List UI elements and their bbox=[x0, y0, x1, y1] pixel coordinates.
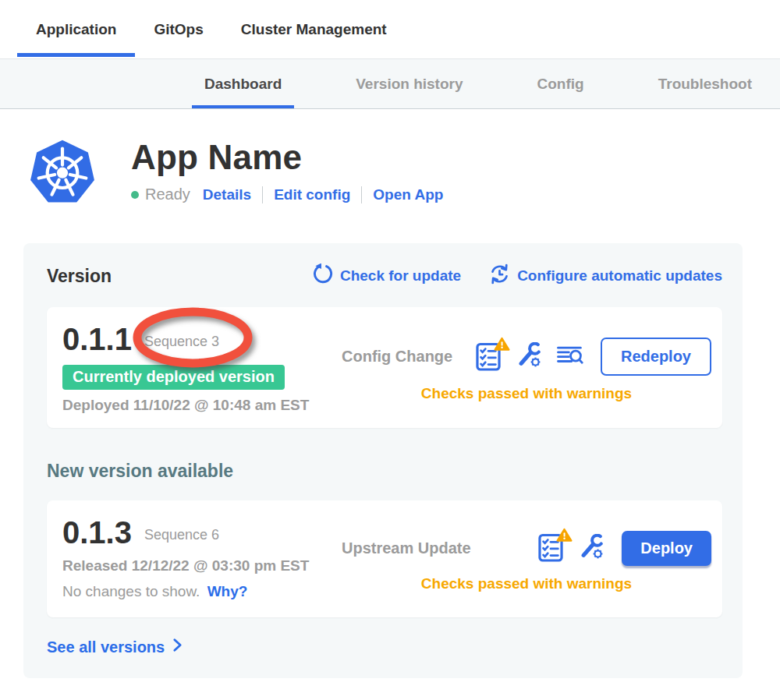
deployed-badge: Currently deployed version bbox=[62, 365, 285, 390]
preflight-checklist-icon[interactable] bbox=[476, 342, 502, 372]
tab-config[interactable]: Config bbox=[525, 59, 597, 108]
status-dot-icon bbox=[131, 191, 139, 199]
configure-auto-updates-label: Configure automatic updates bbox=[517, 267, 722, 285]
open-app-link[interactable]: Open App bbox=[373, 186, 443, 203]
new-sequence-label: Sequence 6 bbox=[144, 522, 219, 543]
nav-item-gitops[interactable]: GitOps bbox=[135, 0, 222, 58]
app-header: App Name Ready Details Edit config Open … bbox=[30, 139, 780, 204]
app-tabs-nav: Dashboard Version history Config Trouble… bbox=[0, 58, 780, 109]
check-for-update-link[interactable]: Check for update bbox=[312, 263, 461, 288]
nav-item-application[interactable]: Application bbox=[17, 0, 135, 58]
version-heading: Version bbox=[47, 266, 112, 287]
see-all-versions-link[interactable]: See all versions bbox=[47, 638, 183, 656]
kubernetes-logo-icon bbox=[30, 139, 95, 204]
deploy-button[interactable]: Deploy bbox=[622, 531, 711, 566]
deployed-timestamp: Deployed 11/10/22 @ 10:48 am EST bbox=[62, 397, 342, 414]
why-link[interactable]: Why? bbox=[207, 583, 248, 599]
config-wrench-icon[interactable] bbox=[579, 534, 604, 563]
edit-config-link[interactable]: Edit config bbox=[274, 186, 350, 203]
tab-version-history[interactable]: Version history bbox=[343, 59, 475, 108]
warning-triangle-icon bbox=[556, 528, 573, 546]
primary-nav: Application GitOps Cluster Management bbox=[0, 0, 780, 58]
current-sequence-label: Sequence 3 bbox=[144, 329, 219, 350]
divider bbox=[262, 186, 263, 203]
status-label: Ready bbox=[145, 186, 190, 203]
see-all-versions-label: See all versions bbox=[47, 638, 165, 656]
new-version-number: 0.1.3 bbox=[62, 514, 132, 550]
divider bbox=[361, 186, 362, 203]
preflight-checklist-icon[interactable] bbox=[538, 533, 565, 563]
current-version-card: 0.1.1 Sequence 3 Currently deployed vers… bbox=[47, 307, 722, 428]
auto-update-icon bbox=[489, 263, 510, 288]
nav-item-cluster-management[interactable]: Cluster Management bbox=[222, 0, 406, 58]
new-version-card: 0.1.3 Sequence 6 Released 12/12/22 @ 03:… bbox=[47, 500, 722, 617]
chevron-right-icon bbox=[172, 638, 183, 656]
configure-auto-updates-link[interactable]: Configure automatic updates bbox=[489, 263, 722, 288]
tab-dashboard[interactable]: Dashboard bbox=[192, 59, 294, 108]
preflight-checks-status: Checks passed with warnings bbox=[342, 575, 711, 592]
page-title: App Name bbox=[131, 139, 443, 176]
released-timestamp: Released 12/12/22 @ 03:30 pm EST bbox=[62, 557, 342, 574]
current-version-number: 0.1.1 bbox=[62, 321, 132, 357]
new-source-label: Upstream Update bbox=[342, 539, 471, 557]
redeploy-button[interactable]: Redeploy bbox=[601, 338, 711, 376]
new-version-heading: New version available bbox=[47, 461, 722, 482]
check-for-update-label: Check for update bbox=[340, 267, 461, 285]
diff-files-icon[interactable] bbox=[556, 344, 583, 370]
current-source-label: Config Change bbox=[342, 348, 452, 366]
no-changes-label: No changes to show. bbox=[62, 583, 200, 599]
tab-troubleshoot[interactable]: Troubleshoot bbox=[646, 59, 764, 108]
config-wrench-icon[interactable] bbox=[516, 342, 542, 371]
preflight-checks-status: Checks passed with warnings bbox=[342, 385, 711, 402]
refresh-icon bbox=[312, 263, 333, 288]
version-section: Version Check for update bbox=[23, 243, 743, 678]
details-link[interactable]: Details bbox=[203, 186, 251, 203]
warning-triangle-icon bbox=[494, 337, 510, 355]
